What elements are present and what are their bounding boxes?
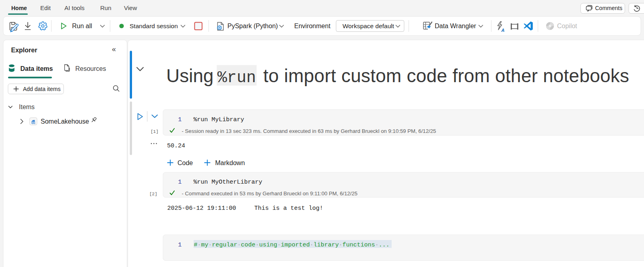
svg-text:AI tools: AI tools xyxy=(64,4,85,11)
svg-text:%run MyLibrary: %run MyLibrary xyxy=(194,116,244,123)
svg-text:Environment: Environment xyxy=(294,23,330,29)
svg-text:50.24: 50.24 xyxy=(167,143,185,149)
svg-text:Items: Items xyxy=(19,103,35,110)
svg-text:Standard session: Standard session xyxy=(130,23,178,29)
svg-text:2025-06-12 19:11:00 This i: 2025-06-12 19:11:00 This is a test log! xyxy=(167,205,323,212)
svg-text:Resources: Resources xyxy=(75,65,106,72)
svg-text:- Session ready in 13 sec 323: - Session ready in 13 sec 323 ms. Comman… xyxy=(182,128,436,134)
svg-text:1: 1 xyxy=(178,179,182,186)
svg-text:Home: Home xyxy=(11,5,27,11)
svg-text:Data Wrangler: Data Wrangler xyxy=(435,23,477,29)
svg-text:[2]: [2] xyxy=(149,192,157,197)
svg-text:Markdown: Markdown xyxy=(215,159,245,166)
svg-text:Explorer: Explorer xyxy=(11,47,37,54)
svg-text:View: View xyxy=(124,4,137,11)
svg-text:[1]: [1] xyxy=(151,129,159,134)
svg-text:Using: Using xyxy=(166,65,214,86)
svg-text:PySpark (Python): PySpark (Python) xyxy=(227,23,278,29)
svg-text:- Command executed in 53 ms by: - Command executed in 53 ms by Gerhard B… xyxy=(182,190,358,197)
svg-text:Run all: Run all xyxy=(72,23,92,29)
svg-text:Copilot: Copilot xyxy=(557,23,577,29)
svg-text:to import custom code from oth: to import custom code from other noteboo… xyxy=(263,65,629,86)
svg-text:Workspace default: Workspace default xyxy=(343,23,394,29)
svg-text:«: « xyxy=(112,45,116,53)
svg-text:%run: %run xyxy=(217,69,256,87)
svg-text:Add data items: Add data items xyxy=(23,86,60,92)
svg-text:Edit: Edit xyxy=(40,4,51,11)
svg-text:%run MyOtherLibrary: %run MyOtherLibrary xyxy=(194,179,262,186)
svg-text:#·my·regular·code·using·import: #·my·regular·code·using·imported·library… xyxy=(194,242,390,248)
svg-text:Data items: Data items xyxy=(21,65,53,72)
svg-text:Run: Run xyxy=(100,4,111,11)
svg-text:1: 1 xyxy=(178,242,182,248)
svg-text:A: A xyxy=(501,28,505,33)
svg-text:1: 1 xyxy=(178,116,182,123)
svg-text:Code: Code xyxy=(178,159,193,166)
svg-text:Comments: Comments xyxy=(595,5,623,11)
svg-text:SomeLakehouse: SomeLakehouse xyxy=(41,118,89,125)
